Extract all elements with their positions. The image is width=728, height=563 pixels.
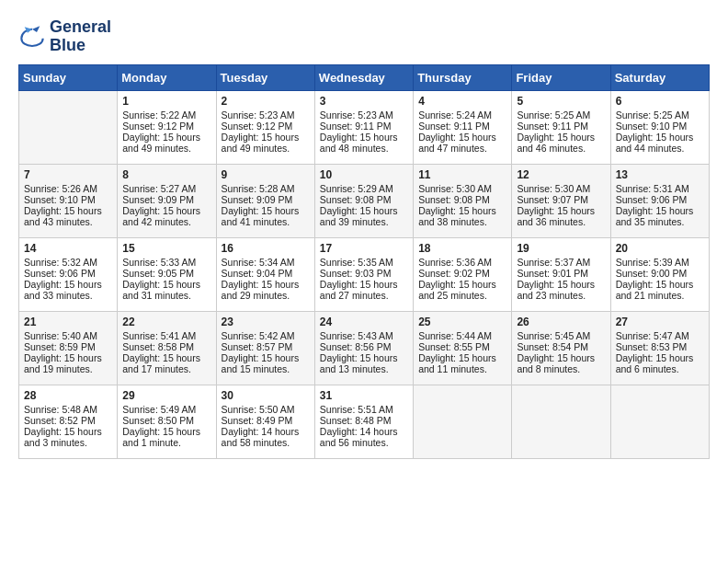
- sunrise-text: Sunrise: 5:48 AM: [24, 404, 97, 415]
- daylight-text: Daylight: 15 hours and 15 minutes.: [222, 352, 300, 374]
- day-number: 3: [320, 95, 408, 108]
- sunset-text: Sunset: 9:11 PM: [320, 121, 392, 132]
- col-header-thursday: Thursday: [414, 64, 512, 90]
- calendar-cell: 17Sunrise: 5:35 AMSunset: 9:03 PMDayligh…: [314, 237, 413, 311]
- day-number: 1: [122, 95, 210, 108]
- sunrise-text: Sunrise: 5:28 AM: [222, 183, 295, 194]
- sunrise-text: Sunrise: 5:23 AM: [320, 109, 393, 121]
- sunset-text: Sunset: 8:49 PM: [222, 415, 293, 426]
- day-number: 11: [418, 168, 506, 181]
- calendar-cell: [19, 90, 118, 164]
- day-number: 13: [616, 168, 704, 181]
- day-number: 28: [24, 389, 112, 402]
- sunrise-text: Sunrise: 5:51 AM: [320, 404, 393, 415]
- sunrise-text: Sunrise: 5:49 AM: [122, 404, 196, 415]
- sunset-text: Sunset: 9:12 PM: [222, 121, 293, 132]
- calendar-cell: 23Sunrise: 5:42 AMSunset: 8:57 PMDayligh…: [216, 311, 314, 385]
- sunrise-text: Sunrise: 5:24 AM: [418, 109, 492, 121]
- calendar-cell: 10Sunrise: 5:29 AMSunset: 9:08 PMDayligh…: [314, 164, 413, 237]
- sunset-text: Sunset: 8:52 PM: [24, 415, 96, 426]
- sunset-text: Sunset: 9:04 PM: [222, 268, 293, 279]
- calendar-table: SundayMondayTuesdayWednesdayThursdayFrid…: [18, 64, 710, 459]
- col-header-friday: Friday: [512, 64, 610, 90]
- sunset-text: Sunset: 9:01 PM: [517, 268, 588, 279]
- day-number: 31: [320, 389, 408, 402]
- day-number: 23: [222, 316, 310, 328]
- calendar-cell: 2Sunrise: 5:23 AMSunset: 9:12 PMDaylight…: [216, 90, 314, 164]
- calendar-cell: 8Sunrise: 5:27 AMSunset: 9:09 PMDaylight…: [118, 164, 216, 237]
- day-number: 15: [122, 242, 210, 255]
- daylight-text: Daylight: 15 hours and 8 minutes.: [517, 352, 595, 374]
- sunset-text: Sunset: 9:10 PM: [616, 121, 688, 132]
- daylight-text: Daylight: 15 hours and 41 minutes.: [222, 205, 300, 227]
- day-number: 9: [222, 168, 310, 181]
- daylight-text: Daylight: 15 hours and 49 minutes.: [122, 132, 200, 154]
- day-number: 19: [517, 242, 605, 255]
- sunset-text: Sunset: 9:07 PM: [517, 194, 588, 205]
- day-number: 29: [122, 389, 210, 402]
- calendar-cell: [414, 385, 512, 458]
- day-number: 10: [320, 168, 408, 181]
- sunrise-text: Sunrise: 5:33 AM: [122, 257, 196, 268]
- daylight-text: Daylight: 15 hours and 25 minutes.: [418, 279, 496, 301]
- day-number: 30: [222, 389, 310, 402]
- col-header-saturday: Saturday: [610, 64, 709, 90]
- daylight-text: Daylight: 14 hours and 58 minutes.: [222, 426, 300, 448]
- sunset-text: Sunset: 9:09 PM: [122, 194, 194, 205]
- sunrise-text: Sunrise: 5:34 AM: [222, 257, 295, 268]
- calendar-cell: 1Sunrise: 5:22 AMSunset: 9:12 PMDaylight…: [118, 90, 216, 164]
- daylight-text: Daylight: 15 hours and 31 minutes.: [122, 279, 200, 301]
- sunset-text: Sunset: 8:56 PM: [320, 341, 392, 352]
- calendar-cell: 11Sunrise: 5:30 AMSunset: 9:08 PMDayligh…: [414, 164, 512, 237]
- daylight-text: Daylight: 15 hours and 42 minutes.: [122, 205, 200, 227]
- day-number: 14: [24, 242, 112, 255]
- sunset-text: Sunset: 9:11 PM: [517, 121, 588, 132]
- calendar-cell: 20Sunrise: 5:39 AMSunset: 9:00 PMDayligh…: [610, 237, 709, 311]
- sunrise-text: Sunrise: 5:36 AM: [418, 257, 492, 268]
- daylight-text: Daylight: 15 hours and 1 minute.: [122, 426, 200, 448]
- page-header: General Blue: [18, 18, 710, 55]
- calendar-cell: 5Sunrise: 5:25 AMSunset: 9:11 PMDaylight…: [512, 90, 610, 164]
- day-number: 4: [418, 95, 506, 108]
- calendar-cell: 28Sunrise: 5:48 AMSunset: 8:52 PMDayligh…: [19, 385, 118, 458]
- day-number: 18: [418, 242, 506, 255]
- daylight-text: Daylight: 15 hours and 11 minutes.: [418, 352, 496, 374]
- sunset-text: Sunset: 9:10 PM: [24, 194, 96, 205]
- sunrise-text: Sunrise: 5:27 AM: [122, 183, 196, 194]
- sunrise-text: Sunrise: 5:31 AM: [616, 183, 689, 194]
- sunset-text: Sunset: 9:06 PM: [616, 194, 688, 205]
- calendar-week-row: 14Sunrise: 5:32 AMSunset: 9:06 PMDayligh…: [19, 237, 710, 311]
- sunrise-text: Sunrise: 5:43 AM: [320, 330, 393, 341]
- sunrise-text: Sunrise: 5:37 AM: [517, 257, 590, 268]
- sunrise-text: Sunrise: 5:32 AM: [24, 257, 97, 268]
- daylight-text: Daylight: 15 hours and 44 minutes.: [616, 132, 694, 154]
- day-number: 7: [24, 168, 112, 181]
- calendar-header-row: SundayMondayTuesdayWednesdayThursdayFrid…: [19, 64, 710, 90]
- sunset-text: Sunset: 9:06 PM: [24, 268, 96, 279]
- daylight-text: Daylight: 15 hours and 46 minutes.: [517, 132, 595, 154]
- sunset-text: Sunset: 8:53 PM: [616, 341, 688, 352]
- daylight-text: Daylight: 15 hours and 43 minutes.: [24, 205, 102, 227]
- daylight-text: Daylight: 15 hours and 38 minutes.: [418, 205, 496, 227]
- calendar-week-row: 28Sunrise: 5:48 AMSunset: 8:52 PMDayligh…: [19, 385, 710, 458]
- day-number: 6: [616, 95, 704, 108]
- sunrise-text: Sunrise: 5:50 AM: [222, 404, 295, 415]
- day-number: 22: [122, 316, 210, 328]
- sunset-text: Sunset: 8:54 PM: [517, 341, 588, 352]
- daylight-text: Daylight: 15 hours and 33 minutes.: [24, 279, 102, 301]
- calendar-cell: [610, 385, 709, 458]
- day-number: 5: [517, 95, 605, 108]
- calendar-cell: 22Sunrise: 5:41 AMSunset: 8:58 PMDayligh…: [118, 311, 216, 385]
- calendar-cell: 9Sunrise: 5:28 AMSunset: 9:09 PMDaylight…: [216, 164, 314, 237]
- sunset-text: Sunset: 9:08 PM: [320, 194, 392, 205]
- calendar-cell: 24Sunrise: 5:43 AMSunset: 8:56 PMDayligh…: [314, 311, 413, 385]
- logo-icon: [18, 23, 46, 51]
- calendar-cell: 16Sunrise: 5:34 AMSunset: 9:04 PMDayligh…: [216, 237, 314, 311]
- col-header-tuesday: Tuesday: [216, 64, 314, 90]
- day-number: 8: [122, 168, 210, 181]
- calendar-cell: 6Sunrise: 5:25 AMSunset: 9:10 PMDaylight…: [610, 90, 709, 164]
- sunrise-text: Sunrise: 5:26 AM: [24, 183, 97, 194]
- sunset-text: Sunset: 8:57 PM: [222, 341, 293, 352]
- sunset-text: Sunset: 9:05 PM: [122, 268, 194, 279]
- sunset-text: Sunset: 9:11 PM: [418, 121, 490, 132]
